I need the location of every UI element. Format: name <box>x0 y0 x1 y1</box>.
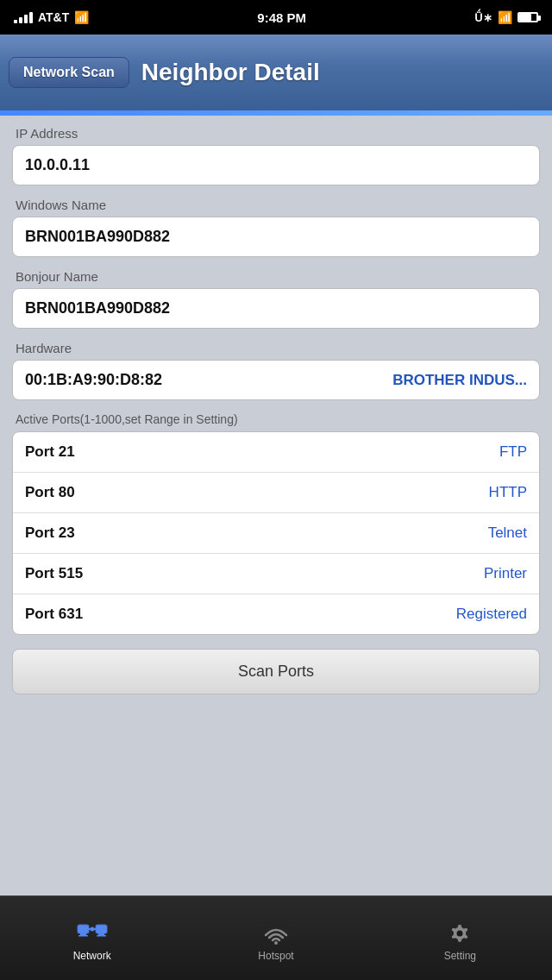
windows-name-value: BRN001BA990D882 <box>12 217 540 257</box>
ports-section-label: Active Ports(1-1000,set Range in Setting… <box>12 412 540 426</box>
hardware-label: Hardware <box>12 341 540 355</box>
nav-bar: Network Scan Neighbor Detail <box>0 35 552 110</box>
svg-rect-1 <box>80 933 86 935</box>
port-row-21[interactable]: Port 21 FTP <box>13 432 539 473</box>
tab-network[interactable]: Network <box>0 914 184 962</box>
hotspot-tab-label: Hotspot <box>258 950 293 962</box>
network-icon <box>77 921 108 945</box>
wifi-icon: 📶 <box>74 10 89 24</box>
port-number-515: Port 515 <box>25 565 83 582</box>
network-tab-icon <box>77 921 108 945</box>
setting-tab-label: Setting <box>444 950 476 962</box>
bonjour-name-value: BRN001BA990D882 <box>12 288 540 329</box>
windows-name-label: Windows Name <box>12 198 540 212</box>
port-row-631[interactable]: Port 631 Registered <box>13 594 539 634</box>
port-service-80: HTTP <box>489 484 527 501</box>
port-number-631: Port 631 <box>25 606 83 623</box>
scan-ports-button[interactable]: Scan Ports <box>12 649 540 694</box>
status-left: AT&T 📶 <box>14 10 89 24</box>
status-right: Ǘ∗ 📶 <box>474 10 538 24</box>
hardware-value: 00:1B:A9:90:D8:82 BROTHER INDUS... <box>12 360 540 400</box>
bonjour-name-label: Bonjour Name <box>12 269 540 284</box>
hardware-mac: 00:1B:A9:90:D8:82 <box>25 371 162 389</box>
battery-icon <box>518 12 538 22</box>
hardware-vendor: BROTHER INDUS... <box>392 372 527 389</box>
port-service-515: Printer <box>484 565 527 582</box>
port-number-80: Port 80 <box>25 484 75 501</box>
svg-point-8 <box>274 941 278 945</box>
svg-rect-4 <box>98 933 104 935</box>
page-title: Neighbor Detail <box>141 59 543 86</box>
port-row-80[interactable]: Port 80 HTTP <box>13 473 539 513</box>
port-row-515[interactable]: Port 515 Printer <box>13 554 539 594</box>
hotspot-tab-icon <box>260 921 292 945</box>
tab-hotspot[interactable]: Hotspot <box>184 914 367 962</box>
tab-bar: Network Hotspot Setting <box>0 895 552 980</box>
status-time: 9:48 PM <box>257 10 306 25</box>
port-number-23: Port 23 <box>25 525 75 542</box>
svg-rect-2 <box>78 935 88 937</box>
port-number-21: Port 21 <box>25 443 75 461</box>
port-service-631: Registered <box>456 606 527 623</box>
bluetooth-symbol: 📶 <box>498 10 512 24</box>
ip-address-label: IP Address <box>12 126 540 141</box>
back-button[interactable]: Network Scan <box>9 57 129 88</box>
status-bar: AT&T 📶 9:48 PM Ǘ∗ 📶 <box>0 0 552 35</box>
port-service-23: Telnet <box>488 525 527 542</box>
network-tab-label: Network <box>73 950 111 962</box>
ip-address-value: 10.0.0.11 <box>12 145 540 185</box>
ports-table: Port 21 FTP Port 80 HTTP Port 23 Telnet … <box>12 431 540 635</box>
svg-rect-0 <box>78 925 89 933</box>
carrier-label: AT&T <box>38 10 69 24</box>
content-area: IP Address 10.0.0.11 Windows Name BRN001… <box>0 116 552 705</box>
signal-bars-icon <box>14 12 33 23</box>
svg-rect-5 <box>97 935 106 937</box>
bluetooth-icon: Ǘ∗ <box>474 11 492 24</box>
svg-rect-3 <box>96 925 107 933</box>
svg-point-9 <box>457 931 463 937</box>
port-service-21: FTP <box>499 443 527 461</box>
settings-tab-icon <box>444 921 475 945</box>
port-row-23[interactable]: Port 23 Telnet <box>13 513 539 554</box>
tab-setting[interactable]: Setting <box>368 914 552 962</box>
svg-point-7 <box>90 927 94 932</box>
settings-gear-icon <box>444 920 475 947</box>
hotspot-icon <box>260 921 292 945</box>
